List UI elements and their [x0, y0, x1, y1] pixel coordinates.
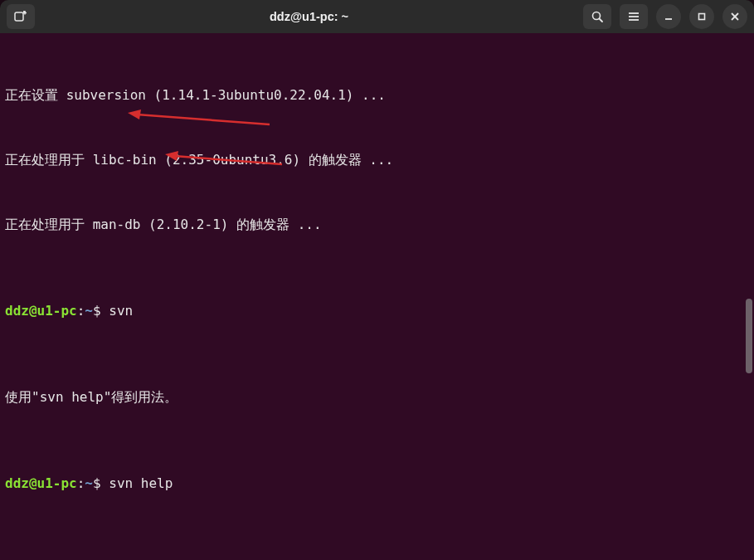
menu-button[interactable]	[620, 4, 648, 29]
prompt-sep: :	[77, 303, 85, 319]
maximize-button[interactable]	[689, 4, 714, 29]
window-title: ddz@u1-pc: ~	[41, 10, 576, 23]
command-text: svn help	[109, 475, 173, 491]
search-button[interactable]	[583, 4, 611, 29]
prompt-user: ddz@u1-pc	[5, 303, 77, 319]
prompt-dollar: $	[93, 303, 109, 319]
annotation-arrow-icon	[124, 110, 274, 129]
minimize-button[interactable]	[656, 4, 681, 29]
prompt-dollar: $	[93, 475, 109, 491]
output-line: 正在处理用于 man-db (2.10.2-1) 的触发器 ...	[5, 214, 749, 236]
terminal-body[interactable]: 正在设置 subversion (1.14.1-3ubuntu0.22.04.1…	[0, 33, 754, 560]
output-line: 正在设置 subversion (1.14.1-3ubuntu0.22.04.1…	[5, 85, 749, 106]
output-line: 正在处理用于 libc-bin (2.35-0ubuntu3.6) 的触发器 .…	[5, 149, 749, 171]
svg-rect-0	[15, 12, 23, 21]
terminal-window: ddz@u1-pc: ~	[0, 0, 754, 560]
prompt-sep: :	[77, 475, 85, 491]
prompt-path: ~	[85, 475, 93, 491]
svg-line-12	[137, 114, 270, 124]
scrollbar-thumb[interactable]	[746, 299, 752, 373]
titlebar-right	[583, 4, 747, 29]
svg-rect-9	[699, 14, 705, 20]
titlebar-left	[7, 4, 35, 29]
prompt-user: ddz@u1-pc	[5, 475, 77, 491]
command-text: svn	[109, 303, 133, 319]
output-line: 使用"svn help"得到用法。	[5, 387, 749, 408]
close-button[interactable]	[722, 4, 747, 29]
new-tab-button[interactable]	[7, 4, 35, 29]
svg-marker-13	[128, 110, 141, 119]
prompt-line: ddz@u1-pc:~$ svn help	[5, 473, 749, 494]
search-icon	[591, 10, 604, 23]
prompt-line: ddz@u1-pc:~$ svn	[5, 300, 749, 322]
tab-plus-icon	[14, 10, 27, 23]
prompt-path: ~	[85, 303, 93, 319]
titlebar: ddz@u1-pc: ~	[0, 0, 754, 33]
close-icon	[730, 12, 740, 22]
svg-line-4	[600, 19, 603, 22]
maximize-icon	[697, 12, 707, 22]
hamburger-icon	[627, 10, 640, 23]
minimize-icon	[664, 12, 674, 22]
